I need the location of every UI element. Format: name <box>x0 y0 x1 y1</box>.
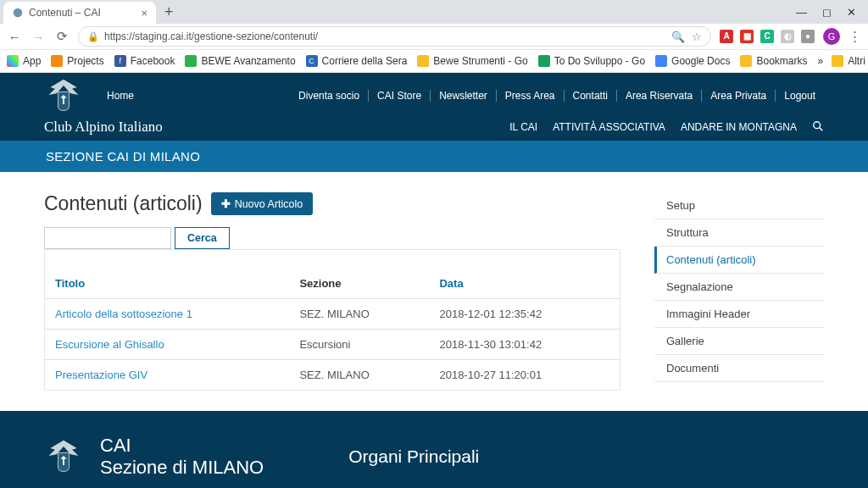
footer-logo-icon <box>44 437 83 476</box>
table-row: Escursione al Ghisallo Escursioni 2018-1… <box>45 330 620 360</box>
article-link[interactable]: Articolo della sottosezione 1 <box>55 308 192 320</box>
section-title: SEZIONE CAI DI MILANO <box>44 149 824 164</box>
col-header-data[interactable]: Data <box>439 277 463 290</box>
side-nav: Setup Struttura Contenuti (articoli) Seg… <box>654 192 824 382</box>
article-link[interactable]: Escursione al Ghisallo <box>55 338 164 351</box>
url-input[interactable]: 🔒 https://staging.cai.it/gestione-sezion… <box>78 26 711 47</box>
footer-title-sezione: Sezione di MILANO <box>100 457 264 479</box>
side-documenti[interactable]: Documenti <box>654 355 824 381</box>
tab-favicon-icon <box>12 7 24 19</box>
table-row: Presentazione GIV SEZ. MILANO 2018-10-27… <box>45 360 620 391</box>
section-header: SEZIONE CAI DI MILANO <box>0 141 868 172</box>
side-segnalazione[interactable]: Segnalazione <box>654 274 824 300</box>
folder-icon <box>51 55 63 67</box>
footer-title-cai: CAI <box>100 435 264 457</box>
sheet-icon <box>185 55 197 67</box>
ext-grey2-icon[interactable]: ● <box>801 30 815 43</box>
close-window-icon[interactable]: ✕ <box>847 6 856 19</box>
tab-close-icon[interactable]: × <box>141 7 147 19</box>
bookmark-corriere[interactable]: CCorriere della Sera <box>306 55 408 67</box>
article-link[interactable]: Presentazione GIV <box>55 369 147 381</box>
folder3-icon <box>832 55 843 67</box>
profile-avatar[interactable]: G <box>823 28 840 45</box>
content-area: Contenuti (articoli) ✚ Nuovo Articolo Ce… <box>0 172 868 411</box>
home-link[interactable]: Home <box>107 90 134 102</box>
util-area-riservata[interactable]: Area Riservata <box>617 90 702 102</box>
bookmark-gdocs[interactable]: Google Docs <box>655 55 730 67</box>
bookmark-bewe-av[interactable]: BEWE Avanzamento <box>185 55 295 67</box>
site-title[interactable]: Club Alpino Italiano <box>44 119 163 136</box>
ext-grey1-icon[interactable]: ◐ <box>781 30 794 43</box>
util-newsletter[interactable]: Newsletter <box>431 90 497 102</box>
cell-sezione: SEZ. MILANO <box>289 360 429 391</box>
cell-data: 2018-11-30 13:01:42 <box>429 330 620 360</box>
main-nav: IL CAI ATTIVITÀ ASSOCIATIVA ANDARE IN MO… <box>509 120 824 135</box>
search-icon[interactable] <box>812 120 824 135</box>
url-text: https://staging.cai.it/gestione-sezione/… <box>104 30 318 42</box>
svg-point-1 <box>814 121 821 128</box>
corriere-icon: C <box>306 55 318 67</box>
forward-button[interactable]: → <box>31 30 46 44</box>
window-controls: — ◻ ✕ <box>796 6 865 19</box>
bookmark-todo[interactable]: To Do Sviluppo - Go <box>538 55 645 67</box>
back-button[interactable]: ← <box>7 30 22 44</box>
util-press-area[interactable]: Press Area <box>497 90 565 102</box>
bookmark-bookmarks[interactable]: Bookmarks <box>740 55 807 67</box>
gdocs-icon <box>655 55 667 67</box>
util-area-privata[interactable]: Area Privata <box>702 90 776 102</box>
bookmark-bewe-str[interactable]: Bewe Strumenti - Go <box>417 55 527 67</box>
util-contatti[interactable]: Contatti <box>565 90 617 102</box>
bookmark-overflow[interactable]: » <box>817 55 823 67</box>
folder2-icon <box>740 55 752 67</box>
cell-data: 2018-12-01 12:35:42 <box>429 299 620 330</box>
ext-red-icon[interactable]: ▦ <box>740 30 754 43</box>
nav-il-cai[interactable]: IL CAI <box>509 121 537 133</box>
side-gallerie[interactable]: Gallerie <box>654 328 824 354</box>
nav-attivita[interactable]: ATTIVITÀ ASSOCIATIVA <box>553 121 665 133</box>
page-title: Contenuti (articoli) <box>44 192 203 215</box>
side-struttura[interactable]: Struttura <box>654 219 824 246</box>
browser-chrome: Contenuti – CAI × + — ◻ ✕ ← → ⟳ 🔒 https:… <box>0 0 868 73</box>
bookmark-projects[interactable]: Projects <box>51 55 103 67</box>
side-contenuti[interactable]: Contenuti (articoli) <box>657 247 824 273</box>
minimize-icon[interactable]: — <box>796 6 807 19</box>
lock-icon: 🔒 <box>87 31 99 42</box>
util-logout[interactable]: Logout <box>776 90 824 102</box>
address-bar: ← → ⟳ 🔒 https://staging.cai.it/gestione-… <box>0 24 868 49</box>
new-tab-button[interactable]: + <box>164 3 174 21</box>
maximize-icon[interactable]: ◻ <box>822 6 832 19</box>
search-button[interactable]: Cerca <box>175 227 230 249</box>
reload-button[interactable]: ⟳ <box>54 29 70 44</box>
facebook-icon: f <box>114 55 126 67</box>
util-cai-store[interactable]: CAI Store <box>369 90 431 102</box>
site-footer: CAI Sezione di MILANO Organi Principali <box>0 411 868 488</box>
col-header-titolo[interactable]: Titolo <box>55 277 85 290</box>
nav-montagna[interactable]: ANDARE IN MONTAGNA <box>681 121 797 133</box>
table-row: Articolo della sottosezione 1 SEZ. MILAN… <box>45 299 620 330</box>
apps-icon <box>7 55 19 67</box>
new-article-button[interactable]: ✚ Nuovo Articolo <box>211 192 314 215</box>
svg-point-0 <box>14 8 23 18</box>
ext-adobe-icon[interactable]: A <box>720 30 733 43</box>
drive-icon <box>417 55 429 67</box>
browser-menu-icon[interactable]: ⋮ <box>849 29 861 44</box>
tab-bar: Contenuti – CAI × + — ◻ ✕ <box>0 0 868 24</box>
ext-green-icon[interactable]: C <box>760 30 774 43</box>
bookmark-bar: App Projects fFacebook BEWE Avanzamento … <box>0 49 868 73</box>
search-input[interactable] <box>44 227 171 249</box>
browser-tab[interactable]: Contenuti – CAI × <box>3 2 156 24</box>
plus-icon: ✚ <box>221 197 231 210</box>
side-immagini[interactable]: Immagini Header <box>654 301 824 327</box>
bookmark-altri[interactable]: Altri Preferiti <box>832 55 868 67</box>
zoom-icon[interactable]: 🔍 <box>671 30 685 43</box>
star-icon[interactable]: ☆ <box>692 30 702 43</box>
extension-icons: A ▦ C ◐ ● <box>720 30 815 43</box>
bookmark-facebook[interactable]: fFacebook <box>114 55 175 67</box>
articles-table: Titolo Sezione Data Articolo della sotto… <box>45 269 620 390</box>
util-diventa-socio[interactable]: Diventa socio <box>290 90 369 102</box>
utility-nav: Diventa socio CAI Store Newsletter Press… <box>290 90 824 102</box>
footer-organi: Organi Principali <box>348 446 479 467</box>
apps-button[interactable]: App <box>7 55 41 67</box>
side-setup[interactable]: Setup <box>654 192 824 219</box>
tab-title: Contenuti – CAI <box>29 7 101 19</box>
